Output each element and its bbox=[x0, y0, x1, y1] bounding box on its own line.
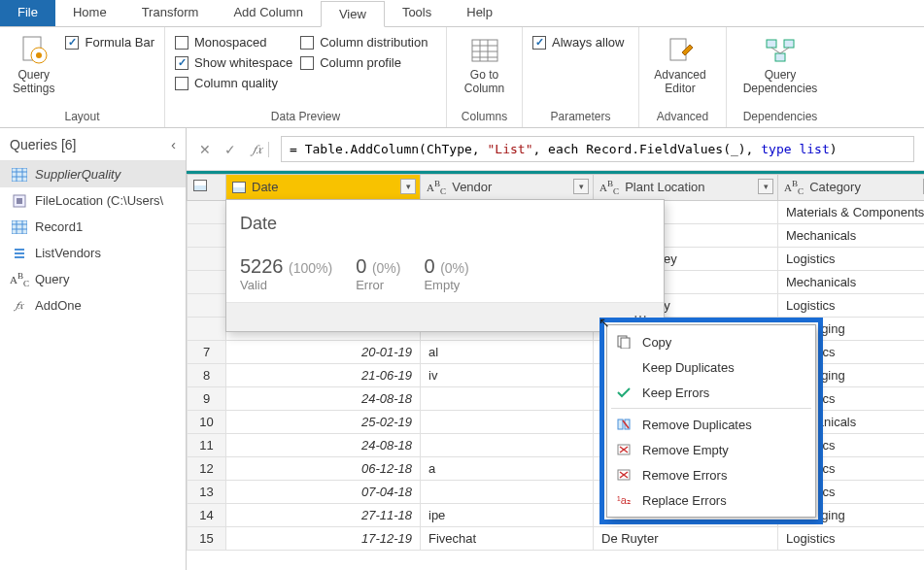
query-item[interactable]: 𝑓𝑥AddOne bbox=[0, 292, 186, 319]
query-item[interactable]: ABCQuery bbox=[0, 266, 186, 292]
cell-date[interactable]: 27-11-18 bbox=[226, 503, 421, 526]
advanced-editor-label: Advanced Editor bbox=[654, 68, 705, 95]
svg-point-2 bbox=[36, 52, 42, 58]
group-label-columns: Columns bbox=[457, 108, 512, 127]
menu-item[interactable]: ¹a₂Replace Errors bbox=[607, 487, 815, 513]
formula-input[interactable]: = Table.AddColumn(ChType, "List", each R… bbox=[281, 136, 914, 162]
valid-label: Valid bbox=[240, 278, 332, 292]
formula-text: "List" bbox=[488, 142, 533, 156]
svg-rect-32 bbox=[618, 419, 623, 429]
row-number bbox=[188, 200, 226, 223]
cell-vendor[interactable]: ipe bbox=[421, 503, 594, 526]
menu-item[interactable]: Remove Errors bbox=[607, 462, 815, 487]
column-header[interactable]: ABCPlant Location▾ bbox=[594, 175, 778, 201]
query-item[interactable]: FileLocation (C:\Users\ bbox=[0, 187, 186, 214]
cell-date[interactable]: 24-08-18 bbox=[226, 386, 421, 410]
cell-date[interactable]: 24-08-18 bbox=[226, 433, 421, 456]
cell-date[interactable]: 07-04-18 bbox=[226, 480, 421, 503]
row-number: 9 bbox=[188, 386, 226, 410]
filter-dropdown-button[interactable]: ▾ bbox=[400, 179, 416, 194]
filter-dropdown-button[interactable]: ▾ bbox=[573, 179, 589, 194]
goto-column-button[interactable]: Go to Column bbox=[457, 33, 512, 95]
advanced-editor-button[interactable]: Advanced Editor bbox=[649, 33, 711, 95]
always-allow-checkbox[interactable]: Always allow bbox=[532, 35, 624, 50]
query-item[interactable]: Record1 bbox=[0, 214, 186, 240]
menu-item-label: Remove Empty bbox=[642, 443, 729, 457]
cell-vendor[interactable]: al bbox=[421, 340, 594, 363]
cell-vendor[interactable]: iv bbox=[421, 363, 594, 386]
menu-item-icon bbox=[615, 467, 633, 483]
context-menu: CopyKeep DuplicatesKeep ErrorsRemove Dup… bbox=[606, 324, 816, 518]
cell-category[interactable]: Mechanicals bbox=[778, 270, 925, 293]
monospaced-checkbox[interactable]: Monospaced bbox=[175, 35, 292, 50]
query-icon: ABC bbox=[12, 273, 27, 286]
cell-vendor[interactable] bbox=[421, 480, 594, 503]
cell-date[interactable]: 21-06-19 bbox=[226, 363, 421, 386]
menu-item[interactable]: Remove Duplicates bbox=[607, 412, 815, 437]
tab-tools[interactable]: Tools bbox=[385, 0, 449, 26]
query-label: Query bbox=[35, 272, 69, 286]
checkbox-icon bbox=[175, 77, 188, 90]
query-item[interactable]: SupplierQuality bbox=[0, 161, 186, 187]
formula-bar-label: Formula Bar bbox=[85, 35, 154, 50]
cell-category[interactable]: Materials & Components bbox=[778, 200, 925, 223]
cell-category[interactable]: Mechanicals bbox=[778, 223, 925, 247]
menu-item-icon bbox=[615, 334, 633, 350]
query-icon: 𝑓𝑥 bbox=[12, 299, 27, 313]
column-header[interactable] bbox=[188, 175, 226, 201]
column-header[interactable]: ABCVendor▾ bbox=[421, 175, 594, 201]
tab-home[interactable]: Home bbox=[55, 0, 124, 26]
menu-item-label: Remove Duplicates bbox=[642, 418, 752, 432]
table-type-icon bbox=[232, 182, 246, 193]
cell-vendor[interactable] bbox=[421, 386, 594, 410]
filter-dropdown-button[interactable]: ▾ bbox=[758, 179, 773, 194]
cell-category[interactable]: Logistics bbox=[778, 247, 925, 270]
cell-date[interactable]: 17-12-19 bbox=[226, 526, 421, 550]
distribution-checkbox[interactable]: Column distribution bbox=[300, 35, 428, 50]
cell-vendor[interactable] bbox=[421, 433, 594, 456]
svg-line-13 bbox=[771, 48, 780, 53]
menu-item-icon: ¹a₂ bbox=[615, 492, 633, 508]
query-item[interactable]: ListVendors bbox=[0, 240, 186, 266]
collapse-pane-button[interactable]: ‹ bbox=[171, 136, 176, 152]
tab-view[interactable]: View bbox=[321, 1, 385, 27]
profile-checkbox[interactable]: Column profile bbox=[300, 55, 428, 70]
cell-vendor[interactable]: Fivechat bbox=[421, 526, 594, 550]
ribbon: Query Settings Formula Bar Layout Monosp… bbox=[0, 27, 924, 128]
formula-bar-checkbox[interactable]: Formula Bar bbox=[65, 35, 154, 50]
whitespace-checkbox[interactable]: Show whitespace bbox=[175, 55, 292, 70]
svg-rect-9 bbox=[670, 39, 686, 60]
always-allow-label: Always allow bbox=[552, 35, 624, 50]
query-icon bbox=[12, 194, 27, 208]
cell-category[interactable]: Logistics bbox=[778, 293, 925, 317]
cell-date[interactable]: 20-01-19 bbox=[226, 340, 421, 363]
cell-vendor[interactable]: a bbox=[421, 456, 594, 480]
tab-add-column[interactable]: Add Column bbox=[216, 0, 321, 26]
valid-pct: (100%) bbox=[289, 260, 332, 276]
menu-item[interactable]: Remove Empty bbox=[607, 437, 815, 462]
file-menu[interactable]: File bbox=[0, 0, 55, 26]
tab-help[interactable]: Help bbox=[449, 0, 510, 26]
cancel-formula-button[interactable]: ✕ bbox=[196, 142, 214, 157]
cell-plant[interactable]: De Ruyter bbox=[594, 526, 778, 550]
accept-formula-button[interactable]: ✓ bbox=[222, 142, 239, 157]
column-header[interactable]: Date▾ bbox=[226, 175, 421, 201]
cell-vendor[interactable] bbox=[421, 410, 594, 433]
query-settings-button[interactable]: Query Settings bbox=[10, 33, 57, 95]
table-row[interactable]: 1517-12-19FivechatDe RuyterLogistics bbox=[188, 526, 925, 550]
quality-checkbox[interactable]: Column quality bbox=[175, 76, 292, 90]
checkbox-checked-icon bbox=[65, 36, 79, 50]
menu-item[interactable]: Copy bbox=[607, 329, 815, 354]
cell-date[interactable]: 06-12-18 bbox=[226, 456, 421, 480]
svg-rect-21 bbox=[17, 198, 22, 204]
column-name: Vendor bbox=[452, 180, 492, 194]
menu-item[interactable]: Keep Errors bbox=[607, 380, 815, 405]
menu-item[interactable]: Keep Duplicates bbox=[607, 354, 815, 380]
column-header[interactable]: ABCCategory▾ bbox=[778, 175, 925, 201]
tab-transform[interactable]: Transform bbox=[124, 0, 217, 26]
query-dependencies-button[interactable]: Query Dependencies bbox=[736, 33, 824, 95]
formula-text: , each Record.FieldValues(_), bbox=[532, 142, 761, 156]
cell-date[interactable]: 25-02-19 bbox=[226, 410, 421, 433]
query-icon bbox=[12, 247, 27, 260]
cell-category[interactable]: Logistics bbox=[778, 526, 925, 550]
